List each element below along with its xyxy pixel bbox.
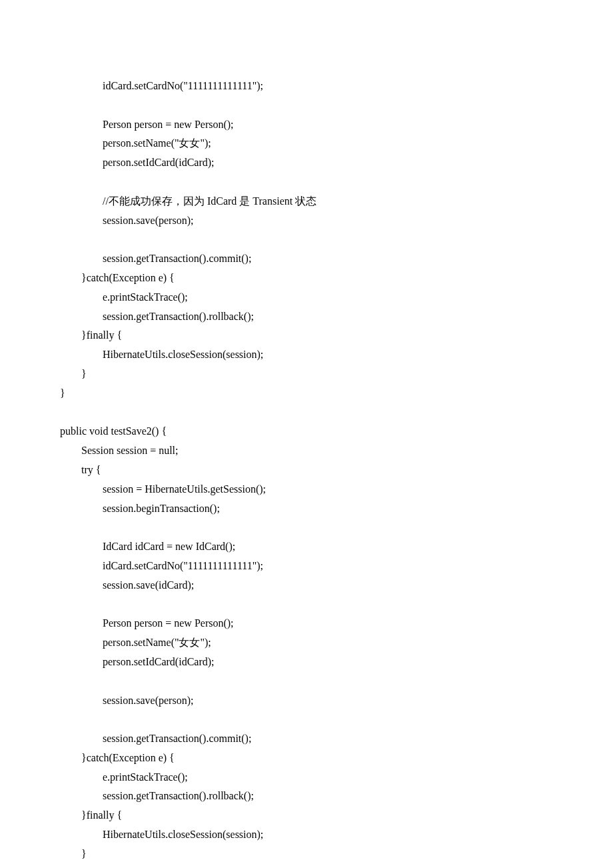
code-page: idCard.setCardNo("1111111111111"); Perso…	[0, 0, 613, 868]
code-block: idCard.setCardNo("1111111111111"); Perso…	[60, 77, 553, 868]
